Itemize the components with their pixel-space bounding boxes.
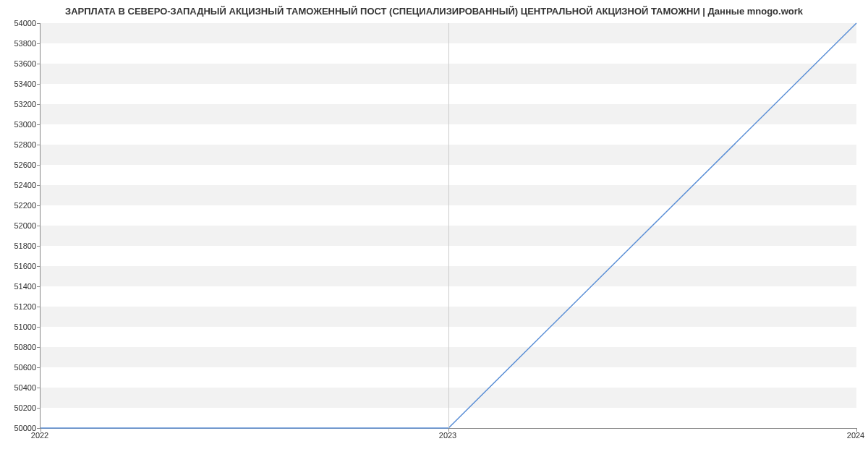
y-tick-mark	[37, 226, 41, 226]
y-tick-mark	[37, 165, 41, 166]
plot-area	[40, 23, 856, 429]
chart-container: ЗАРПЛАТА В СЕВЕРО-ЗАПАДНЫЙ АКЦИЗНЫЙ ТАМО…	[0, 0, 868, 470]
y-tick-mark	[37, 246, 41, 247]
y-tick-mark	[37, 367, 41, 368]
y-tick-mark	[37, 185, 41, 186]
y-tick-label: 51400	[4, 282, 36, 291]
y-tick-label: 54000	[4, 19, 36, 27]
y-tick-mark	[37, 64, 41, 64]
y-tick-label: 50800	[4, 343, 36, 351]
y-tick-label: 51800	[4, 242, 36, 250]
y-tick-mark	[37, 347, 41, 348]
y-tick-label: 53400	[4, 80, 36, 88]
x-tick-label: 2022	[31, 431, 48, 440]
y-tick-label: 51600	[4, 262, 36, 270]
y-tick-label: 52000	[4, 221, 36, 230]
y-tick-mark	[37, 84, 41, 85]
y-tick-mark	[37, 43, 41, 44]
y-tick-label: 50200	[4, 403, 36, 412]
x-gridline	[448, 23, 449, 428]
y-tick-mark	[37, 286, 41, 287]
y-tick-mark	[37, 266, 41, 267]
y-tick-mark	[37, 23, 41, 24]
y-tick-label: 53800	[4, 39, 36, 48]
y-tick-label: 53000	[4, 120, 36, 129]
x-tick-label: 2023	[439, 431, 456, 440]
y-tick-label: 52600	[4, 161, 36, 169]
y-tick-label: 52800	[4, 140, 36, 149]
y-tick-mark	[37, 104, 41, 105]
chart-title: ЗАРПЛАТА В СЕВЕРО-ЗАПАДНЫЙ АКЦИЗНЫЙ ТАМО…	[0, 0, 868, 20]
x-tick-label: 2024	[847, 431, 864, 440]
y-tick-label: 53200	[4, 100, 36, 108]
y-tick-mark	[37, 145, 41, 145]
y-tick-label: 51000	[4, 322, 36, 331]
y-tick-label: 52400	[4, 181, 36, 189]
y-tick-mark	[37, 388, 41, 388]
y-tick-label: 50400	[4, 383, 36, 392]
y-tick-mark	[37, 124, 41, 125]
y-tick-label: 52200	[4, 201, 36, 210]
y-tick-label: 50600	[4, 363, 36, 372]
y-tick-mark	[37, 205, 41, 206]
y-tick-mark	[37, 307, 41, 307]
y-tick-mark	[37, 327, 41, 328]
y-tick-label: 53600	[4, 59, 36, 68]
y-tick-label: 51200	[4, 302, 36, 311]
y-tick-mark	[37, 408, 41, 409]
